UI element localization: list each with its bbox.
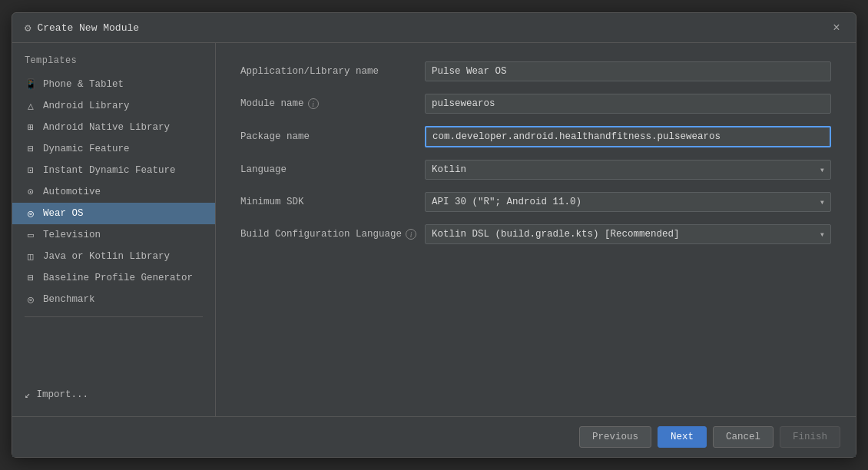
sidebar-import-button[interactable]: ↙ Import... xyxy=(12,382,215,407)
title-bar: ⚙ Create New Module × xyxy=(12,13,856,43)
close-button[interactable]: × xyxy=(830,21,843,35)
label-module-name: Module name i xyxy=(240,98,425,109)
sidebar-item-android-library[interactable]: △ Android Library xyxy=(12,95,215,117)
label-language: Language xyxy=(240,164,425,175)
import-icon: ↙ xyxy=(25,389,31,401)
benchmark-icon: ◎ xyxy=(25,293,37,306)
create-new-module-dialog: ⚙ Create New Module × Templates 📱 Phone … xyxy=(12,12,856,458)
baseline-profile-icon: ⊟ xyxy=(25,272,37,284)
label-build-config: Build Configuration Language i xyxy=(240,229,425,240)
previous-button[interactable]: Previous xyxy=(579,426,651,448)
label-min-sdk: Minimum SDK xyxy=(240,197,425,207)
sidebar-item-label: Television xyxy=(43,230,101,240)
select-build-config[interactable]: Kotlin DSL (build.gradle.kts) [Recommend… xyxy=(425,224,831,244)
form-row-app-name: Application/Library name xyxy=(240,61,831,81)
sidebar-item-baseline-profile[interactable]: ⊟ Baseline Profile Generator xyxy=(12,267,215,289)
label-app-name: Application/Library name xyxy=(240,66,425,77)
sidebar-item-label: Baseline Profile Generator xyxy=(43,273,193,283)
select-language-wrapper: Kotlin Java xyxy=(425,160,831,180)
form-row-build-config: Build Configuration Language i Kotlin DS… xyxy=(240,224,831,244)
main-panel: Application/Library name Module name i P… xyxy=(216,43,856,416)
native-library-icon: ⊞ xyxy=(25,121,37,134)
phone-tablet-icon: 📱 xyxy=(25,78,37,91)
sidebar-item-label: Dynamic Feature xyxy=(43,144,130,154)
footer: Previous Next Cancel Finish xyxy=(12,416,856,457)
sidebar-item-label: Java or Kotlin Library xyxy=(43,251,170,262)
sidebar-item-wear-os[interactable]: ◎ Wear OS xyxy=(12,203,215,224)
dialog-title: Create New Module xyxy=(37,22,139,34)
input-app-library-name[interactable] xyxy=(425,61,831,81)
sidebar: Templates 📱 Phone & Tablet △ Android Lib… xyxy=(12,43,216,416)
automotive-icon: ⊙ xyxy=(25,186,37,198)
television-icon: ▭ xyxy=(25,229,37,241)
select-build-config-wrapper: Kotlin DSL (build.gradle.kts) [Recommend… xyxy=(425,224,831,244)
form-row-module-name: Module name i xyxy=(240,94,831,114)
finish-button[interactable]: Finish xyxy=(780,426,840,448)
label-package-name: Package name xyxy=(240,131,425,142)
sidebar-item-label: Android Native Library xyxy=(43,122,170,133)
sidebar-item-android-native-library[interactable]: ⊞ Android Native Library xyxy=(12,117,215,138)
sidebar-item-label: Phone & Tablet xyxy=(43,79,124,90)
input-package-name[interactable] xyxy=(425,126,831,147)
sidebar-item-instant-dynamic-feature[interactable]: ⊡ Instant Dynamic Feature xyxy=(12,160,215,181)
java-kotlin-icon: ◫ xyxy=(25,250,37,263)
next-button[interactable]: Next xyxy=(658,426,707,448)
sidebar-item-television[interactable]: ▭ Television xyxy=(12,224,215,246)
sidebar-item-label: Wear OS xyxy=(43,208,84,219)
form-row-language: Language Kotlin Java xyxy=(240,160,831,180)
sidebar-item-label: Benchmark xyxy=(43,294,95,305)
module-icon: ⚙ xyxy=(25,22,31,35)
module-name-help-icon[interactable]: i xyxy=(308,98,319,109)
form-row-min-sdk: Minimum SDK API 30 ("R"; Android 11.0) A… xyxy=(240,192,831,212)
sidebar-item-automotive[interactable]: ⊙ Automotive xyxy=(12,181,215,203)
title-bar-left: ⚙ Create New Module xyxy=(25,22,139,35)
form-row-package-name: Package name xyxy=(240,126,831,147)
cancel-button[interactable]: Cancel xyxy=(713,426,774,448)
input-module-name[interactable] xyxy=(425,94,831,114)
build-config-help-icon[interactable]: i xyxy=(406,229,416,240)
content-area: Templates 📱 Phone & Tablet △ Android Lib… xyxy=(12,43,856,416)
wear-os-icon: ◎ xyxy=(25,207,37,220)
instant-dynamic-icon: ⊡ xyxy=(25,164,37,177)
android-library-icon: △ xyxy=(25,100,37,112)
import-label: Import... xyxy=(37,389,89,400)
sidebar-item-label: Android Library xyxy=(43,101,130,111)
sidebar-item-java-kotlin-library[interactable]: ◫ Java or Kotlin Library xyxy=(12,246,215,267)
sidebar-item-phone-tablet[interactable]: 📱 Phone & Tablet xyxy=(12,74,215,95)
sidebar-item-benchmark[interactable]: ◎ Benchmark xyxy=(12,289,215,310)
select-min-sdk-wrapper: API 30 ("R"; Android 11.0) API 28 (Andro… xyxy=(425,192,831,212)
select-min-sdk[interactable]: API 30 ("R"; Android 11.0) API 28 (Andro… xyxy=(425,192,831,212)
sidebar-divider xyxy=(25,316,203,317)
sidebar-section-label: Templates xyxy=(12,52,215,74)
sidebar-item-dynamic-feature[interactable]: ⊟ Dynamic Feature xyxy=(12,138,215,160)
dynamic-feature-icon: ⊟ xyxy=(25,143,37,155)
sidebar-item-label: Instant Dynamic Feature xyxy=(43,165,176,176)
sidebar-item-label: Automotive xyxy=(43,187,101,197)
select-language[interactable]: Kotlin Java xyxy=(425,160,831,180)
